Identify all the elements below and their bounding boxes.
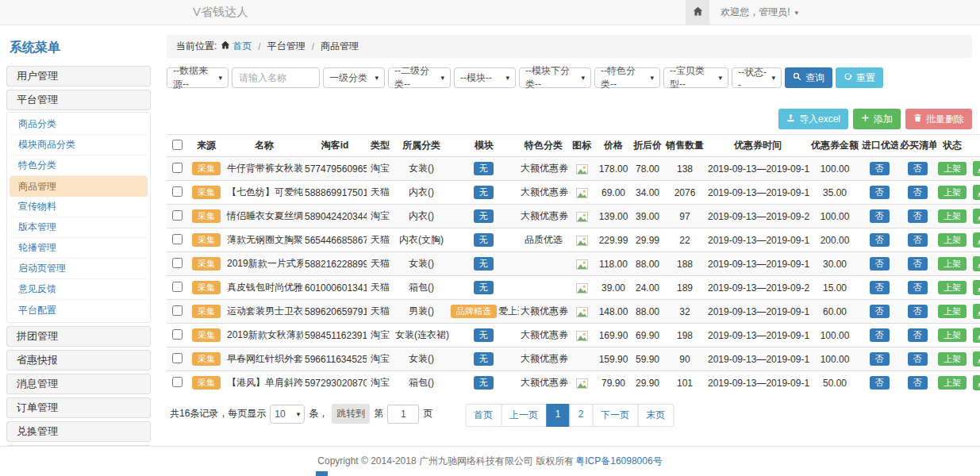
import-optimal-toggle[interactable]: 否: [870, 162, 890, 175]
must-buy-toggle[interactable]: 否: [908, 233, 928, 247]
must-buy-toggle[interactable]: 否: [908, 305, 928, 318]
sidebar-section[interactable]: 平台管理: [6, 90, 151, 110]
must-buy-toggle[interactable]: 否: [908, 281, 928, 294]
sidebar-subitem[interactable]: 启动页管理: [10, 259, 148, 279]
module-badge[interactable]: 无: [474, 233, 494, 247]
sidebar-subitem[interactable]: 商品管理: [10, 176, 148, 197]
home-button[interactable]: [686, 0, 709, 25]
add-button[interactable]: 添加: [853, 109, 901, 129]
import-optimal-toggle[interactable]: 否: [870, 305, 890, 318]
must-buy-toggle[interactable]: 否: [908, 352, 928, 366]
jump-page-input[interactable]: [387, 405, 419, 424]
import-optimal-toggle[interactable]: 否: [870, 233, 890, 247]
status-badge[interactable]: 上架: [938, 186, 967, 199]
row-checkbox[interactable]: [172, 234, 183, 244]
status-badge[interactable]: 上架: [938, 209, 967, 223]
must-buy-toggle[interactable]: 否: [908, 328, 928, 342]
edit-button[interactable]: [973, 209, 980, 224]
user-menu[interactable]: 欢迎您，管理员! ▾: [709, 6, 809, 19]
row-checkbox[interactable]: [172, 186, 183, 197]
name-search-input[interactable]: [232, 67, 320, 88]
import-optimal-toggle[interactable]: 否: [870, 352, 890, 366]
page-button[interactable]: 1: [546, 404, 570, 427]
status-badge[interactable]: 上架: [938, 257, 967, 271]
sidebar-section[interactable]: 订单管理: [6, 397, 151, 418]
status-badge[interactable]: 上架: [938, 162, 967, 175]
edit-button[interactable]: [973, 375, 980, 390]
page-button[interactable]: 首页: [465, 404, 502, 427]
import-optimal-toggle[interactable]: 否: [870, 209, 890, 223]
page-button[interactable]: 下一页: [592, 404, 638, 427]
module-badge[interactable]: 无: [474, 209, 494, 223]
must-buy-toggle[interactable]: 否: [908, 209, 928, 223]
sidebar-subitem[interactable]: 商品分类: [10, 114, 148, 135]
icp-link[interactable]: 粤ICP备16098006号: [575, 455, 662, 468]
module-badge[interactable]: 无: [474, 352, 494, 366]
must-buy-toggle[interactable]: 否: [908, 257, 928, 271]
module-badge[interactable]: 无: [474, 257, 494, 271]
sidebar-subitem[interactable]: 特色分类: [10, 155, 148, 176]
page-button[interactable]: 2: [569, 404, 593, 427]
import-optimal-toggle[interactable]: 否: [870, 257, 890, 271]
import-excel-button[interactable]: 导入excel: [778, 109, 848, 129]
sidebar-subitem[interactable]: 意见反馈: [10, 279, 148, 300]
sidebar-subitem[interactable]: 宣传物料: [10, 197, 148, 217]
row-checkbox[interactable]: [172, 305, 183, 316]
sidebar-section[interactable]: 兑换管理: [6, 421, 151, 442]
sidebar-subitem[interactable]: 模块商品分类: [10, 135, 148, 155]
filter-select-module-sub[interactable]: --模块下分类--▾: [519, 67, 591, 88]
must-buy-toggle[interactable]: 否: [908, 162, 928, 175]
row-checkbox[interactable]: [172, 377, 183, 387]
row-checkbox[interactable]: [172, 163, 183, 173]
filter-select-item-type[interactable]: --宝贝类型--▾: [663, 67, 728, 88]
row-checkbox[interactable]: [172, 353, 183, 363]
sidebar-section[interactable]: 拼团管理: [6, 326, 151, 347]
filter-select-status[interactable]: --状态--▾: [732, 67, 782, 88]
module-badge[interactable]: 无: [474, 328, 494, 342]
edit-button[interactable]: [973, 232, 980, 248]
import-optimal-toggle[interactable]: 否: [870, 328, 890, 342]
page-button[interactable]: 上一页: [501, 404, 547, 427]
module-badge[interactable]: 无: [474, 186, 494, 199]
search-button[interactable]: 查询: [785, 67, 832, 88]
edit-button[interactable]: [973, 280, 980, 295]
filter-select-module[interactable]: --模块--▾: [454, 67, 516, 88]
edit-button[interactable]: [973, 185, 980, 200]
filter-select-level1[interactable]: 一级分类▾: [323, 67, 385, 88]
module-badge[interactable]: 无: [474, 281, 494, 294]
sidebar-section[interactable]: 消息管理: [6, 374, 151, 394]
row-checkbox[interactable]: [172, 282, 183, 292]
status-badge[interactable]: 上架: [938, 233, 967, 247]
import-optimal-toggle[interactable]: 否: [870, 281, 890, 294]
filter-select-level2[interactable]: --二级分类--▾: [388, 67, 451, 88]
edit-button[interactable]: [973, 351, 980, 367]
import-optimal-toggle[interactable]: 否: [870, 186, 890, 199]
must-buy-toggle[interactable]: 否: [908, 186, 928, 199]
status-badge[interactable]: 上架: [938, 376, 967, 390]
sidebar-subitem[interactable]: 平台配置: [10, 300, 148, 321]
edit-button[interactable]: [973, 328, 980, 343]
edit-button[interactable]: [973, 304, 980, 319]
edit-button[interactable]: [973, 256, 980, 271]
must-buy-toggle[interactable]: 否: [908, 376, 928, 390]
select-all-checkbox[interactable]: [172, 140, 183, 150]
batch-delete-button[interactable]: 批量删除: [905, 109, 972, 129]
reset-button[interactable]: 重置: [836, 67, 883, 88]
sidebar-subitem[interactable]: 版本管理: [10, 217, 148, 238]
page-size-select[interactable]: 10 ▾: [270, 405, 305, 424]
row-checkbox[interactable]: [172, 329, 183, 340]
status-badge[interactable]: 上架: [938, 305, 967, 318]
row-checkbox[interactable]: [172, 210, 183, 221]
status-badge[interactable]: 上架: [938, 352, 967, 366]
import-optimal-toggle[interactable]: 否: [870, 376, 890, 390]
module-badge[interactable]: 无: [474, 162, 494, 175]
module-badge[interactable]: 无: [474, 376, 494, 390]
breadcrumb-home-link[interactable]: 首页: [233, 40, 252, 53]
filter-select-data-source[interactable]: --数据来源--▾: [167, 67, 229, 88]
sidebar-subitem[interactable]: 轮播管理: [10, 238, 148, 259]
status-badge[interactable]: 上架: [938, 328, 967, 342]
status-badge[interactable]: 上架: [938, 281, 967, 294]
edit-button[interactable]: [973, 161, 980, 176]
page-button[interactable]: 末页: [637, 404, 674, 427]
jump-button[interactable]: 跳转到: [332, 404, 370, 424]
